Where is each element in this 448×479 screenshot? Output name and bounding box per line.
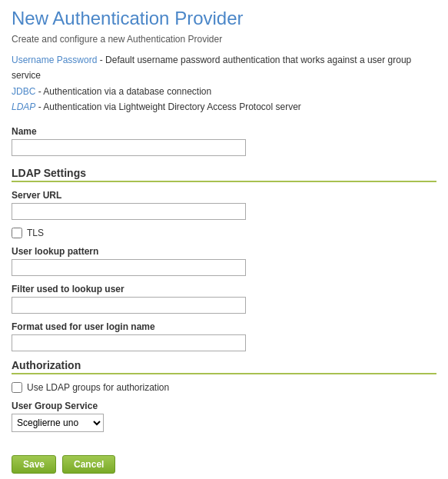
provider-links: Username Password - Default username pas…: [12, 52, 436, 115]
authorization-divider: [12, 373, 436, 374]
cancel-button[interactable]: Cancel: [62, 455, 115, 474]
authorization-section: Authorization Use LDAP groups for author…: [12, 359, 436, 432]
save-button[interactable]: Save: [12, 455, 56, 474]
tls-checkbox[interactable]: [12, 228, 22, 238]
ldap-settings-section: LDAP Settings Server URL TLS User lookup…: [12, 167, 436, 351]
link-username-password[interactable]: Username Password: [12, 55, 97, 65]
format-used-group: Format used for user login name: [12, 321, 436, 351]
server-url-group: Server URL: [12, 190, 436, 220]
filter-used-input[interactable]: [12, 297, 246, 314]
link-jdbc[interactable]: JDBC: [12, 86, 35, 97]
use-ldap-label: Use LDAP groups for authorization: [27, 382, 169, 393]
ldap-section-title: LDAP Settings: [12, 167, 436, 179]
user-group-service-label: User Group Service: [12, 401, 436, 411]
button-row: Save Cancel: [12, 455, 436, 474]
link-ldap[interactable]: LDAP: [12, 101, 35, 112]
page-subtitle: Create and configure a new Authenticatio…: [12, 34, 436, 45]
filter-used-group: Filter used to lookup user: [12, 284, 436, 314]
name-label: Name: [12, 126, 436, 137]
name-section: Name: [12, 126, 436, 156]
filter-used-label: Filter used to lookup user: [12, 284, 436, 294]
format-used-input[interactable]: [12, 334, 246, 351]
server-url-input[interactable]: [12, 203, 246, 220]
use-ldap-row: Use LDAP groups for authorization: [12, 382, 436, 393]
ldap-divider: [12, 181, 436, 182]
server-url-label: Server URL: [12, 190, 436, 201]
link-jdbc-desc: - Authentication via a database connecti…: [35, 86, 211, 97]
user-lookup-pattern-input[interactable]: [12, 259, 246, 276]
link-ldap-desc: - Authentication via Lightweight Directo…: [35, 101, 301, 112]
tls-label: TLS: [27, 228, 44, 238]
user-lookup-pattern-label: User lookup pattern: [12, 246, 436, 257]
authorization-section-title: Authorization: [12, 359, 436, 371]
user-group-service-group: User Group Service Sceglierne uno: [12, 401, 436, 432]
user-lookup-pattern-group: User lookup pattern: [12, 246, 436, 276]
user-group-service-select[interactable]: Sceglierne uno: [12, 414, 104, 432]
format-used-label: Format used for user login name: [12, 321, 436, 332]
page-title: New Authentication Provider: [12, 8, 436, 29]
use-ldap-checkbox[interactable]: [12, 382, 22, 393]
name-input[interactable]: [12, 139, 246, 156]
tls-row: TLS: [12, 228, 436, 238]
